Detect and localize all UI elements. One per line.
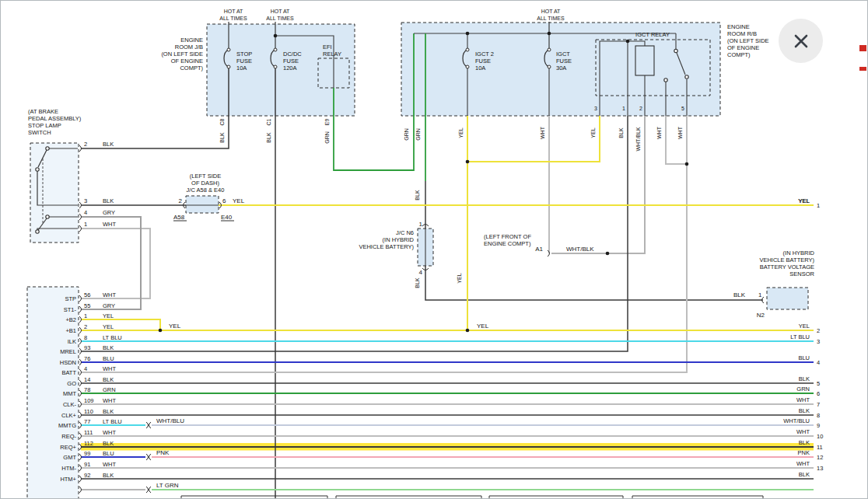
wire-color-label: BLU [103, 355, 114, 362]
diagram-label: BATTERY VOLTAGE [760, 263, 814, 270]
wire-color-label: BLK [103, 408, 114, 415]
diagram-label: C8 [219, 118, 225, 125]
diagram-label: HOT AT [541, 9, 561, 14]
ecu-pin-number: 56 [84, 291, 90, 298]
diagram-label: (IN HYBRID [783, 250, 815, 256]
diagram-label: WHT/BLK [635, 127, 641, 151]
diagram-label: BLK [618, 127, 624, 138]
igct2-fuse-terminal [466, 48, 469, 51]
igct-fuse-terminal [548, 48, 551, 51]
wire-color-label: GRN [796, 386, 810, 393]
diagram-label: HOT AT [271, 9, 290, 14]
dcdc-fuse-terminal [274, 65, 277, 68]
wire-color-label: YEL [799, 323, 810, 330]
wire-color-label: WHT [796, 460, 810, 467]
ecu-pin-name: REQ+ [60, 444, 76, 451]
wire-continuation-number: 13 [817, 465, 823, 472]
diagram-label: LT GRN [156, 482, 179, 489]
a1-whtblk [551, 116, 645, 253]
ecu-pin-number: 110 [84, 408, 93, 415]
diagram-label: (AT BRAKE [28, 108, 58, 115]
diagram-label: STOP LAMP [28, 122, 61, 129]
wire-continuation-number: 12 [817, 454, 823, 461]
diagram-label: WHT/BLU [156, 417, 184, 424]
wire-color-label: BLK [103, 197, 114, 204]
diagram-label: OF ENGINE [727, 44, 759, 51]
diagram-label: SWITCH [28, 129, 51, 136]
stop-fuse-terminal [227, 48, 230, 51]
diagram-label: 5 [681, 106, 684, 111]
pin-bracket [79, 327, 82, 333]
diagram-label: FUSE [475, 58, 491, 65]
pin-bracket [149, 487, 152, 493]
ecu-pin-number: 4 [84, 365, 87, 372]
ecu-pin-name: HTM+ [60, 476, 76, 483]
ecu-pin-number: 77 [84, 418, 90, 425]
ecu-pin-number: 8 [84, 334, 87, 341]
diagram-label: C1 [266, 118, 271, 125]
wire-color-label: WHT [796, 396, 810, 403]
diagram-label: 4 [419, 269, 423, 276]
ecu-pin-number: 92 [84, 472, 90, 479]
pin-bracket [79, 422, 82, 428]
diagram-label: ROOM R/B [727, 30, 757, 37]
ecu-pin-number: 76 [84, 355, 90, 362]
diagram-label: YEL [798, 197, 810, 204]
pin-bracket [79, 465, 82, 471]
diagram-label: STOP [236, 51, 252, 58]
pin-bracket [79, 214, 82, 220]
n6-to-sensor-blk [425, 266, 763, 300]
pin-bracket [79, 225, 82, 232]
diagram-label: WHT [656, 126, 662, 139]
ecu-pin-number: 112 [84, 440, 93, 447]
stop-fuse-out-blk [81, 67, 229, 148]
pin-bracket [79, 348, 82, 354]
ecu-pin-number: 109 [84, 397, 94, 404]
diagram-label: BLK [219, 132, 225, 143]
stop-fuse-terminal [227, 65, 230, 68]
wire-continuation-number: 1 [817, 202, 820, 209]
ecu-pin-number: 91 [84, 461, 90, 468]
diagram-label: 120A [283, 65, 297, 72]
wire-color-label: BLU [798, 354, 810, 361]
next-section-box-top [489, 496, 623, 498]
wire-continuation-number: 5 [817, 380, 820, 387]
wire-color-label: BLU [103, 450, 114, 457]
scroll-annotation-mark [859, 45, 866, 51]
pin-bracket [79, 359, 82, 365]
pin-bracket [146, 422, 149, 428]
pin-bracket [79, 454, 82, 460]
b2-yel [81, 319, 160, 330]
diagram-label: (IN HYBRID [383, 236, 415, 243]
stp-wht [81, 229, 150, 298]
wire-color-label: YEL [103, 323, 114, 330]
wire-continuation-number: 11 [817, 444, 823, 451]
wire-color-label: WHT [103, 461, 116, 468]
switch-pin-number: 4 [84, 209, 87, 216]
dcdc-fuse-terminal [274, 48, 277, 51]
diagram-label: HOT AT [224, 9, 243, 14]
diagram-label: 1 [758, 291, 762, 298]
wire-color-label: WHT [103, 365, 116, 372]
pin-bracket [79, 145, 82, 152]
pin-bracket [79, 306, 82, 312]
diagram-label: (ON LEFT SIDE [727, 37, 769, 44]
contact-point [664, 79, 667, 82]
pin-bracket [79, 380, 82, 386]
diagram-label: COMPT) [727, 51, 751, 58]
contact-point [46, 147, 49, 150]
diagram-label: OF ENGINE [171, 58, 203, 65]
wire-color-label: LT BLU [103, 334, 122, 341]
relay-coil-yel [467, 116, 600, 162]
contact-point [36, 168, 39, 171]
diagram-label: ENGINE COMPT) [484, 240, 531, 247]
diagram-label: WHT/BLK [566, 246, 594, 253]
wire-color-label: BLK [103, 472, 114, 479]
diagram-label: ENGINE [727, 23, 750, 30]
diagram-label: 2 [179, 197, 183, 204]
wire-color-label: PNK [798, 449, 810, 456]
close-button[interactable] [779, 19, 823, 63]
diagram-label: PEDAL ASSEMBLY) [28, 115, 82, 122]
wire-continuation-number: 10 [817, 433, 823, 440]
wire-continuation-number: 4 [817, 359, 820, 366]
